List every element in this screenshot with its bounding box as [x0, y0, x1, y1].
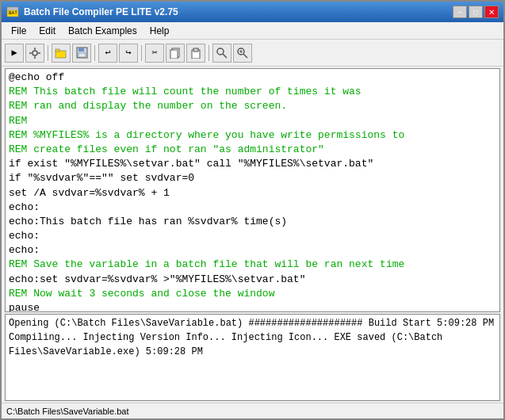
toolbar: ▶ ↩ ↪ ✂ [2, 40, 503, 67]
toolbar-sep-3 [141, 45, 142, 61]
title-bar: BAT Batch File Compiler PE LITE v2.75 − … [2, 2, 503, 22]
svg-point-3 [33, 51, 37, 55]
toolbar-open-button[interactable] [52, 44, 71, 63]
maximize-button[interactable]: □ [469, 6, 483, 18]
toolbar-copy-button[interactable] [166, 44, 185, 63]
svg-line-20 [243, 54, 247, 58]
menu-batch-examples[interactable]: Batch Examples [62, 24, 143, 38]
toolbar-undo-button[interactable]: ↩ [98, 44, 117, 63]
svg-point-17 [217, 48, 224, 55]
close-button[interactable]: ✕ [484, 6, 499, 18]
svg-rect-12 [78, 53, 86, 57]
toolbar-settings-button[interactable] [25, 44, 44, 63]
status-bar: C:\Batch Files\SaveVariable.bat [2, 403, 503, 418]
toolbar-sep-2 [94, 45, 95, 61]
svg-text:BAT: BAT [9, 10, 17, 16]
output-panel[interactable]: Opening (C:\Batch Files\SaveVariable.bat… [5, 314, 500, 401]
toolbar-sep-1 [48, 45, 48, 61]
status-text: C:\Batch Files\SaveVariable.bat [6, 407, 128, 416]
toolbar-cut-button[interactable]: ✂ [145, 44, 164, 63]
svg-rect-14 [170, 50, 178, 59]
editor-panel: @echo off REM This batch file will count… [5, 68, 500, 312]
title-buttons: − □ ✕ [453, 6, 499, 18]
toolbar-paste-button[interactable] [186, 44, 205, 63]
svg-rect-11 [78, 48, 84, 52]
toolbar-run-button[interactable]: ▶ [5, 44, 24, 63]
menu-help[interactable]: Help [143, 24, 176, 38]
svg-rect-16 [193, 48, 198, 52]
main-window: BAT Batch File Compiler PE LITE v2.75 − … [0, 0, 505, 420]
window-title: Batch File Compiler PE LITE v2.75 [24, 6, 178, 17]
toolbar-sep-4 [209, 45, 209, 61]
svg-rect-9 [55, 49, 59, 52]
svg-line-18 [223, 54, 227, 58]
toolbar-search-button[interactable] [212, 44, 231, 63]
minimize-button[interactable]: − [453, 6, 467, 18]
app-icon: BAT [6, 6, 19, 18]
menu-file[interactable]: File [5, 24, 33, 38]
menu-bar: File Edit Batch Examples Help [2, 22, 503, 40]
toolbar-zoom-button[interactable] [233, 44, 252, 63]
toolbar-save-button[interactable] [72, 44, 91, 63]
menu-edit[interactable]: Edit [33, 24, 62, 38]
title-bar-left: BAT Batch File Compiler PE LITE v2.75 [6, 6, 178, 18]
editor-text[interactable]: @echo off REM This batch file will count… [6, 69, 499, 311]
toolbar-redo-button[interactable]: ↪ [119, 44, 138, 63]
